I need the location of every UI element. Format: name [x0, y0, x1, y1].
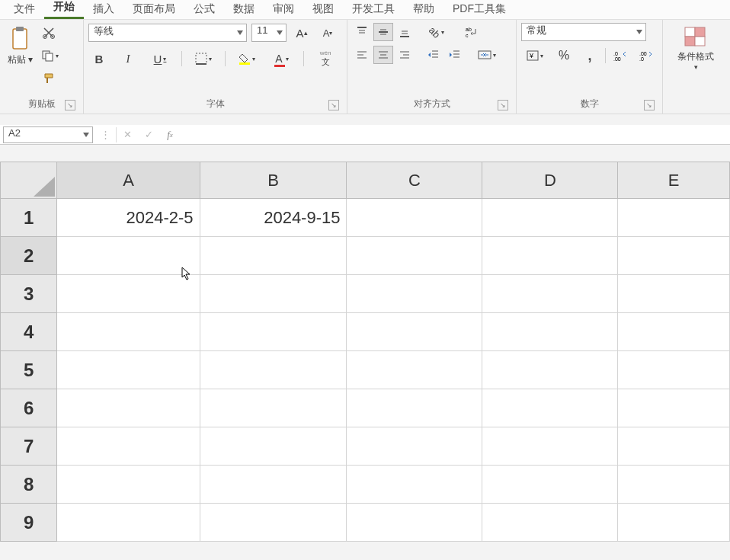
formula-options-button[interactable]: ⋮: [94, 126, 116, 143]
cell-a9[interactable]: [57, 504, 200, 542]
orientation-button[interactable]: ab▾: [424, 23, 450, 41]
cell-b8[interactable]: [200, 466, 347, 504]
menu-data[interactable]: 数据: [224, 0, 264, 19]
comma-button[interactable]: ,: [580, 46, 600, 65]
cell-a8[interactable]: [57, 466, 200, 504]
menu-pdftools[interactable]: PDF工具集: [443, 0, 515, 19]
col-header-c[interactable]: C: [347, 162, 482, 199]
cell-e3[interactable]: [618, 275, 730, 313]
cell-a1[interactable]: 2024-2-5: [57, 199, 200, 237]
row-header-2[interactable]: 2: [1, 237, 57, 275]
cell-e5[interactable]: [618, 351, 730, 389]
cell-a5[interactable]: [57, 351, 200, 389]
align-center-button[interactable]: [373, 46, 393, 64]
enter-entry-button[interactable]: ✓: [138, 126, 159, 143]
cell-b5[interactable]: [200, 351, 347, 389]
row-header-1[interactable]: 1: [1, 199, 57, 237]
menu-home[interactable]: 开始: [44, 0, 84, 19]
increase-indent-button[interactable]: [445, 46, 465, 64]
cell-d2[interactable]: [482, 237, 618, 275]
formula-input[interactable]: [181, 126, 730, 143]
align-bottom-button[interactable]: [395, 23, 415, 41]
clipboard-launcher[interactable]: ↘: [65, 100, 75, 110]
cell-e4[interactable]: [618, 313, 730, 351]
format-painter-button[interactable]: [40, 69, 59, 88]
cell-b7[interactable]: [200, 427, 347, 466]
menu-formulas[interactable]: 公式: [184, 0, 224, 19]
font-name-select[interactable]: 等线: [88, 24, 247, 42]
cut-button[interactable]: [40, 24, 59, 42]
row-header-5[interactable]: 5: [1, 351, 57, 389]
cell-d4[interactable]: [482, 313, 618, 351]
borders-button[interactable]: ▾: [191, 50, 216, 68]
row-header-6[interactable]: 6: [1, 389, 57, 427]
menu-review[interactable]: 审阅: [264, 0, 303, 19]
bold-button[interactable]: B: [89, 50, 109, 68]
conditional-formatting-button[interactable]: 条件格式 ▾: [674, 23, 717, 74]
menu-pagelayout[interactable]: 页面布局: [123, 0, 184, 19]
row-header-4[interactable]: 4: [1, 313, 57, 351]
cell-b9[interactable]: [200, 504, 347, 542]
name-box[interactable]: A2: [3, 126, 93, 143]
decrease-decimal-button[interactable]: .00.0: [637, 46, 657, 65]
cell-b1[interactable]: 2024-9-15: [200, 199, 347, 237]
cell-d3[interactable]: [482, 275, 618, 313]
row-header-9[interactable]: 9: [1, 504, 57, 542]
cell-d5[interactable]: [482, 351, 618, 389]
cancel-entry-button[interactable]: ✕: [117, 126, 138, 143]
cell-e7[interactable]: [618, 427, 730, 466]
phonetic-button[interactable]: wén 文: [312, 50, 338, 68]
cell-c4[interactable]: [347, 313, 482, 351]
wrap-text-button[interactable]: abc: [459, 23, 485, 41]
cell-e6[interactable]: [618, 389, 730, 427]
cell-c3[interactable]: [347, 275, 482, 313]
cell-e8[interactable]: [618, 466, 730, 504]
cell-b6[interactable]: [200, 389, 347, 427]
col-header-a[interactable]: A: [57, 162, 200, 199]
number-launcher[interactable]: ↘: [644, 100, 655, 110]
menu-view[interactable]: 视图: [303, 0, 343, 19]
cell-d8[interactable]: [482, 466, 618, 504]
cell-c7[interactable]: [347, 427, 482, 466]
cell-a7[interactable]: [57, 427, 200, 466]
cell-e9[interactable]: [618, 504, 730, 542]
cell-b3[interactable]: [200, 275, 347, 313]
fill-color-button[interactable]: ▾: [234, 50, 260, 68]
align-top-button[interactable]: [352, 23, 372, 41]
col-header-b[interactable]: B: [200, 162, 347, 199]
align-right-button[interactable]: [395, 46, 415, 64]
align-middle-button[interactable]: [373, 23, 393, 41]
menu-help[interactable]: 帮助: [404, 0, 443, 19]
row-header-7[interactable]: 7: [1, 427, 57, 466]
font-size-select[interactable]: 11: [251, 24, 287, 42]
decrease-indent-button[interactable]: [424, 46, 443, 64]
cell-c2[interactable]: [347, 237, 482, 275]
italic-button[interactable]: I: [118, 50, 138, 68]
cell-c9[interactable]: [347, 504, 482, 542]
percent-button[interactable]: %: [554, 46, 574, 65]
col-header-e[interactable]: E: [618, 162, 730, 199]
cell-a4[interactable]: [57, 313, 200, 351]
cell-a2[interactable]: [57, 237, 200, 275]
cell-e2[interactable]: [618, 237, 730, 275]
merge-center-button[interactable]: ▾: [474, 46, 500, 64]
menu-insert[interactable]: 插入: [84, 0, 123, 19]
cell-d1[interactable]: [482, 199, 618, 237]
row-header-3[interactable]: 3: [1, 275, 57, 313]
paste-button[interactable]: 粘贴 ▾: [5, 23, 36, 69]
decrease-font-button[interactable]: A▾: [318, 24, 338, 42]
select-all-corner[interactable]: [1, 162, 57, 199]
menu-developer[interactable]: 开发工具: [343, 0, 404, 19]
accounting-format-button[interactable]: ¥ ▾: [522, 46, 548, 65]
cell-b4[interactable]: [200, 313, 347, 351]
increase-decimal-button[interactable]: .0.00: [611, 46, 631, 65]
align-left-button[interactable]: [352, 46, 372, 64]
cell-d9[interactable]: [482, 504, 618, 542]
font-launcher[interactable]: ↘: [328, 100, 339, 110]
cell-d7[interactable]: [482, 427, 618, 466]
alignment-launcher[interactable]: ↘: [498, 100, 508, 110]
cell-e1[interactable]: [618, 199, 730, 237]
insert-function-button[interactable]: fx: [159, 126, 181, 143]
col-header-d[interactable]: D: [482, 162, 618, 199]
cell-a6[interactable]: [57, 389, 200, 427]
